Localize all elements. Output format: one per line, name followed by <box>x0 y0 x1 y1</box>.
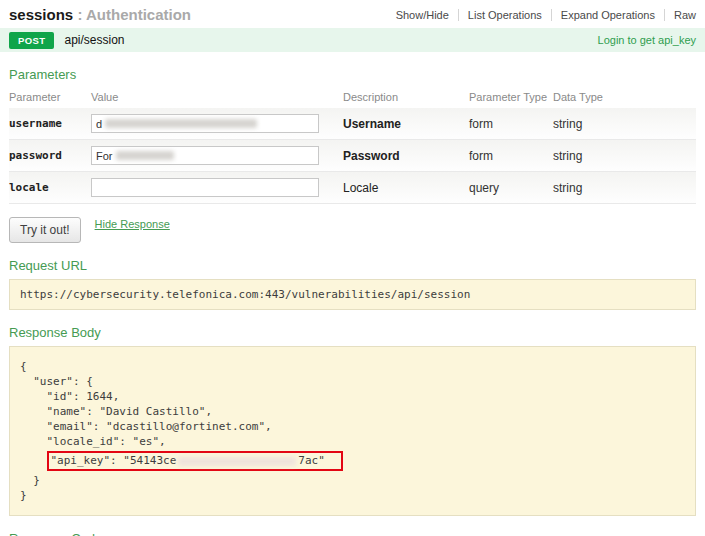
login-api-key-link[interactable]: Login to get api_key <box>598 34 696 46</box>
api-key-suffix: 7ac" <box>298 454 325 467</box>
parameters-heading: Parameters <box>9 67 696 82</box>
username-redaction <box>105 119 257 128</box>
username-value: d <box>96 118 102 130</box>
top-nav: Show/Hide List Operations Expand Operati… <box>387 9 697 21</box>
param-row-locale: locale Locale query string <box>9 172 696 204</box>
param-name: password <box>9 140 91 172</box>
response-line: "user": { <box>20 374 685 389</box>
api-key-prefix: "api_key": "54143ce <box>51 454 177 467</box>
api-key-highlight-box: "api_key": "54143ce7ac" <box>47 451 343 471</box>
password-value: For <box>96 150 113 162</box>
col-value: Value <box>91 88 343 108</box>
param-value-cell: For <box>91 140 343 172</box>
param-description: Username <box>343 108 469 140</box>
param-description: Password <box>343 140 469 172</box>
param-data-type: string <box>553 108 696 140</box>
col-data-type: Data Type <box>553 88 696 108</box>
nav-list-operations[interactable]: List Operations <box>459 9 552 21</box>
page-title: sessions : Authentication <box>9 6 191 23</box>
response-line: } <box>20 473 685 488</box>
response-body-heading: Response Body <box>9 325 696 340</box>
nav-expand-operations[interactable]: Expand Operations <box>552 9 665 21</box>
col-description: Description <box>343 88 469 108</box>
param-value-cell: d <box>91 108 343 140</box>
endpoint-path-link[interactable]: api/session <box>64 33 124 47</box>
operation-content: Parameters Parameter Value Description P… <box>0 67 705 536</box>
response-line: "name": "David Castillo", <box>20 404 685 419</box>
response-line: "id": 1644, <box>20 389 685 404</box>
param-name: locale <box>9 172 91 204</box>
param-row-password: password For Password form string <box>9 140 696 172</box>
try-row: Try it out! Hide Response <box>9 217 696 243</box>
response-line: "locale_id": "es", <box>20 434 685 449</box>
nav-show-hide[interactable]: Show/Hide <box>387 9 459 21</box>
response-line: { <box>20 359 685 374</box>
param-type: form <box>469 140 553 172</box>
parameters-header-row: Parameter Value Description Parameter Ty… <box>9 88 696 108</box>
parameters-table: Parameter Value Description Parameter Ty… <box>9 88 696 204</box>
nav-raw[interactable]: Raw <box>665 9 697 21</box>
request-url-value: https://cybersecurity.telefonica.com:443… <box>9 279 696 310</box>
param-data-type: string <box>553 140 696 172</box>
col-parameter: Parameter <box>9 88 91 108</box>
response-line: } <box>20 488 685 503</box>
post-method-badge: POST <box>9 32 54 49</box>
param-name: username <box>9 108 91 140</box>
param-type: query <box>469 172 553 204</box>
param-description: Locale <box>343 172 469 204</box>
page-title-resource: sessions <box>9 6 73 23</box>
param-value-cell <box>91 172 343 204</box>
param-type: form <box>469 108 553 140</box>
request-url-heading: Request URL <box>9 258 696 273</box>
api-key-indent <box>20 454 47 467</box>
header: sessions : Authentication Show/Hide List… <box>0 0 705 28</box>
locale-input[interactable] <box>91 178 319 197</box>
hide-response-link[interactable]: Hide Response <box>95 218 170 230</box>
param-data-type: string <box>553 172 696 204</box>
response-body: { "user": { "id": 1644, "name": "David C… <box>9 346 696 516</box>
api-key-redaction <box>178 457 296 466</box>
response-line: "email": "dcastillo@fortinet.com", <box>20 419 685 434</box>
password-redaction <box>116 151 174 160</box>
username-input[interactable]: d <box>91 114 319 133</box>
page-title-description: : Authentication <box>73 6 191 23</box>
col-parameter-type: Parameter Type <box>469 88 553 108</box>
try-it-out-button[interactable]: Try it out! <box>9 217 81 243</box>
response-code-heading: Response Code <box>9 531 696 536</box>
response-line-api-key: "api_key": "54143ce7ac" <box>20 451 685 471</box>
password-input[interactable]: For <box>91 146 319 165</box>
param-row-username: username d Username form string <box>9 108 696 140</box>
endpoint-header[interactable]: POST api/session Login to get api_key <box>0 28 705 52</box>
